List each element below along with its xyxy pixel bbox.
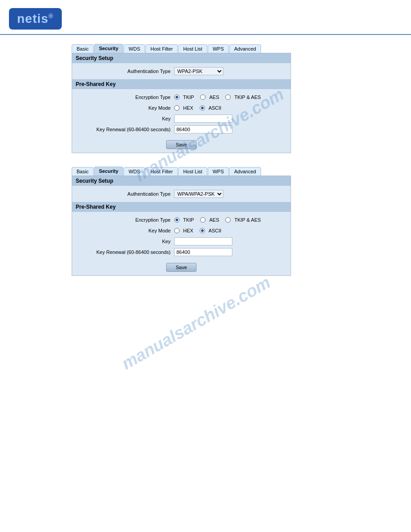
- radio-tkip-aes-1[interactable]: [225, 94, 231, 100]
- tab-2-security[interactable]: Security: [94, 167, 123, 176]
- tab-2-wds[interactable]: WDS: [124, 167, 145, 176]
- tab-2-wps[interactable]: WPS: [208, 167, 229, 176]
- tab-1-host-list[interactable]: Host List: [178, 44, 207, 53]
- panel-1-body: Security Setup Authentication Type WPA2-…: [72, 53, 291, 153]
- panel-2: Basic Security WDS Host Filter Host List…: [72, 167, 339, 276]
- tab-2-advanced[interactable]: Advanced: [229, 167, 261, 176]
- ascii-label-2: ASCII: [209, 228, 222, 233]
- auth-type-label-2: Authentication Type: [76, 191, 174, 197]
- key-mode-value-1: HEX ASCII: [174, 105, 287, 111]
- tkip-aes-label-1: TKIP & AES: [234, 94, 261, 100]
- radio-ascii-1[interactable]: [200, 105, 205, 111]
- tab-1-host-filter[interactable]: Host Filter: [146, 44, 178, 53]
- tab-2-host-list[interactable]: Host List: [178, 167, 207, 176]
- key-input-1[interactable]: [174, 115, 232, 123]
- radio-ascii-2[interactable]: [200, 228, 205, 233]
- tab-2-basic[interactable]: Basic: [72, 167, 94, 176]
- key-mode-value-2: HEX ASCII: [174, 228, 287, 233]
- encryption-label-1: Encryption Type: [76, 94, 174, 100]
- tkip-label-2: TKIP: [183, 217, 194, 223]
- psk-header-2: Pre-Shared Key: [72, 202, 291, 212]
- encryption-row-2: Encryption Type TKIP AES TKIP & AES: [72, 215, 291, 225]
- logo-text: netis: [17, 12, 48, 26]
- auth-type-row-1: Authentication Type WPA2-PSK WPA/WPA2-PS…: [72, 66, 291, 77]
- tab-1-basic[interactable]: Basic: [72, 44, 94, 53]
- key-renewal-label-1: Key Renewal (60-86400 seconds): [76, 127, 174, 132]
- encryption-label-2: Encryption Type: [76, 217, 174, 223]
- auth-type-label-1: Authentication Type: [76, 69, 174, 74]
- key-label-1: Key: [76, 116, 174, 121]
- key-renewal-row-2: Key Renewal (60-86400 seconds): [72, 247, 291, 257]
- key-mode-row-2: Key Mode HEX ASCII: [72, 225, 291, 236]
- tab-1-wds[interactable]: WDS: [124, 44, 145, 53]
- save-row-2: Save: [72, 260, 291, 275]
- key-mode-row-1: Key Mode HEX ASCII: [72, 103, 291, 113]
- auth-type-row-2: Authentication Type WPA/WPA2-PSK WPA2-PS…: [72, 189, 291, 199]
- save-button-1[interactable]: Save: [166, 140, 196, 149]
- logo-symbol: ®: [48, 13, 53, 20]
- psk-form-2: Encryption Type TKIP AES TKIP & AES Key …: [72, 212, 291, 260]
- key-mode-label-1: Key Mode: [76, 105, 174, 111]
- tab-bar-2: Basic Security WDS Host Filter Host List…: [72, 167, 339, 176]
- key-renewal-row-1: Key Renewal (60-86400 seconds): [72, 124, 291, 135]
- panel-2-body: Security Setup Authentication Type WPA/W…: [72, 176, 291, 276]
- save-button-2[interactable]: Save: [166, 263, 196, 272]
- save-row-1: Save: [72, 137, 291, 153]
- radio-tkip-1[interactable]: [174, 94, 180, 100]
- key-renewal-input-2[interactable]: [174, 248, 232, 256]
- key-mode-label-2: Key Mode: [76, 228, 174, 233]
- aes-label-1: AES: [209, 94, 219, 100]
- header: netis®: [0, 0, 411, 35]
- key-row-1: Key: [72, 113, 291, 124]
- auth-type-value-2: WPA/WPA2-PSK WPA2-PSK: [174, 190, 287, 198]
- main-content: Basic Security WDS Host Filter Host List…: [0, 35, 411, 298]
- key-value-1: [174, 115, 287, 123]
- psk-header-1: Pre-Shared Key: [72, 79, 291, 89]
- key-renewal-value-2: [174, 248, 287, 256]
- encryption-value-1: TKIP AES TKIP & AES: [174, 94, 287, 100]
- tkip-label-1: TKIP: [183, 94, 194, 100]
- logo: netis®: [9, 8, 62, 30]
- ascii-label-1: ASCII: [209, 105, 222, 111]
- hex-label-2: HEX: [183, 228, 193, 233]
- panel-1: Basic Security WDS Host Filter Host List…: [72, 44, 339, 153]
- encryption-value-2: TKIP AES TKIP & AES: [174, 217, 287, 223]
- security-setup-form-2: Authentication Type WPA/WPA2-PSK WPA2-PS…: [72, 186, 291, 202]
- auth-type-select-1[interactable]: WPA2-PSK WPA/WPA2-PSK: [174, 67, 223, 75]
- radio-hex-2[interactable]: [174, 228, 180, 233]
- tab-1-wps[interactable]: WPS: [208, 44, 229, 53]
- key-value-2: [174, 237, 287, 245]
- radio-hex-1[interactable]: [174, 105, 180, 111]
- radio-aes-1[interactable]: [200, 94, 206, 100]
- security-setup-form-1: Authentication Type WPA2-PSK WPA/WPA2-PS…: [72, 63, 291, 79]
- radio-tkip-2[interactable]: [174, 217, 180, 223]
- hex-label-1: HEX: [183, 105, 193, 111]
- tab-2-host-filter[interactable]: Host Filter: [146, 167, 178, 176]
- psk-form-1: Encryption Type TKIP AES TKIP & AES Key …: [72, 89, 291, 137]
- key-renewal-input-1[interactable]: [174, 125, 232, 133]
- auth-type-value-1: WPA2-PSK WPA/WPA2-PSK: [174, 67, 287, 75]
- tkip-aes-label-2: TKIP & AES: [234, 217, 261, 223]
- tab-bar-1: Basic Security WDS Host Filter Host List…: [72, 44, 339, 53]
- tab-1-security[interactable]: Security: [94, 44, 123, 53]
- key-renewal-value-1: [174, 125, 287, 133]
- key-row-2: Key: [72, 236, 291, 247]
- tab-1-advanced[interactable]: Advanced: [229, 44, 261, 53]
- radio-tkip-aes-2[interactable]: [225, 217, 231, 223]
- encryption-row-1: Encryption Type TKIP AES TKIP & AES: [72, 92, 291, 103]
- key-label-2: Key: [76, 239, 174, 244]
- security-setup-header-2: Security Setup: [72, 176, 291, 186]
- security-setup-header-1: Security Setup: [72, 53, 291, 63]
- auth-type-select-2[interactable]: WPA/WPA2-PSK WPA2-PSK: [174, 190, 223, 198]
- key-renewal-label-2: Key Renewal (60-86400 seconds): [76, 249, 174, 255]
- radio-aes-2[interactable]: [200, 217, 206, 223]
- key-input-2[interactable]: [174, 237, 232, 245]
- aes-label-2: AES: [209, 217, 219, 223]
